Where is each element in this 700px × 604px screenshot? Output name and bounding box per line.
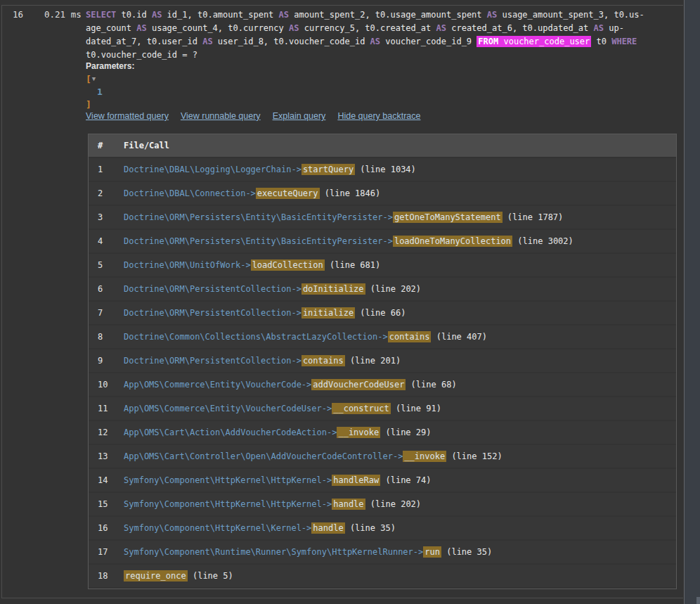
sql-line: age_count AS usage_count_4, t0.currency … — [86, 22, 685, 35]
action-link-explain-query[interactable]: Explain query — [273, 111, 326, 121]
backtrace-row-number: 10 — [89, 380, 124, 390]
backtrace-file-call: Doctrine\ORM\PersistentCollection->initi… — [124, 308, 676, 318]
highlighted-method: __invoke — [403, 451, 446, 462]
backtrace-file-call: Doctrine\ORM\PersistentCollection->doIni… — [124, 284, 676, 294]
class-path: App\OMS\Cart\Controller\Open\AddVoucherC… — [124, 451, 403, 461]
class-path: Doctrine\ORM\Persisters\Entity\BasicEnti… — [124, 236, 393, 246]
collapse-toggle-icon[interactable]: ▼ — [92, 75, 96, 82]
highlighted-method: initialize — [302, 307, 355, 319]
backtrace-row: 11App\OMS\Commerce\Entity\VoucherCodeUse… — [89, 397, 676, 420]
backtrace-row-number: 9 — [89, 356, 124, 366]
line-number: (line 407) — [431, 332, 486, 342]
line-number: (line 66) — [355, 308, 406, 318]
scrollbar-thumb[interactable] — [696, 597, 700, 604]
backtrace-file-call: Doctrine\ORM\Persisters\Entity\BasicEnti… — [124, 212, 676, 222]
highlighted-method: getOneToManyStatement — [393, 212, 503, 223]
class-path: Doctrine\DBAL\Logging\LoggerChain-> — [124, 165, 302, 174]
class-path: Doctrine\ORM\Persisters\Entity\BasicEnti… — [124, 212, 393, 222]
highlighted-method: addVoucherCodeUser — [311, 379, 406, 390]
sql-line: SELECT t0.id AS id_1, t0.amount_spent AS… — [86, 8, 685, 22]
line-number: (line 35) — [345, 523, 396, 533]
backtrace-file-call: App\OMS\Commerce\Entity\VoucherCodeUser-… — [124, 404, 676, 413]
backtrace-row: 18require_once (line 5) — [89, 565, 676, 587]
param-array-open: [▼ — [86, 72, 103, 86]
highlighted-method: doInitialize — [302, 283, 365, 295]
line-number: (line 35) — [441, 547, 492, 557]
line-number: (line 5) — [188, 571, 233, 581]
backtrace-header-num: # — [89, 141, 124, 150]
highlighted-method: handleRaw — [332, 475, 380, 486]
class-path: App\OMS\Commerce\Entity\VoucherCode-> — [124, 380, 311, 390]
backtrace-row-number: 8 — [89, 332, 124, 342]
backtrace-header-row: # File/Call — [89, 134, 676, 157]
backtrace-file-call: App\OMS\Commerce\Entity\VoucherCode->add… — [124, 380, 676, 390]
class-path: Symfony\Component\HttpKernel\HttpKernel-… — [124, 499, 332, 509]
parameters-label: Parameters: — [86, 61, 134, 71]
backtrace-body: 1Doctrine\DBAL\Logging\LoggerChain->star… — [89, 158, 676, 587]
backtrace-row-number: 12 — [89, 428, 124, 437]
backtrace-row: 10App\OMS\Commerce\Entity\VoucherCode->a… — [89, 373, 676, 396]
query-index: 16 — [13, 9, 23, 20]
backtrace-row-number: 4 — [89, 236, 124, 246]
backtrace-row-number: 6 — [89, 284, 124, 294]
action-link-view-runnable-query[interactable]: View runnable query — [181, 111, 261, 121]
backtrace-row: 8Doctrine\Common\Collections\AbstractLaz… — [89, 326, 676, 348]
highlighted-method: contains — [302, 355, 345, 366]
query-time: 0.21 ms — [44, 9, 82, 20]
line-number: (line 202) — [365, 284, 421, 294]
parameters-block: [▼ 1 ] — [86, 72, 103, 111]
class-path: Symfony\Component\HttpKernel\Kernel-> — [124, 523, 311, 533]
backtrace-row-number: 15 — [89, 499, 124, 509]
param-value: 1 — [86, 86, 103, 98]
page-gutter — [684, 0, 700, 604]
highlighted-method: run — [423, 546, 441, 558]
backtrace-row: 7Doctrine\ORM\PersistentCollection->init… — [89, 302, 676, 324]
line-number: (line 1846) — [320, 188, 381, 198]
class-path: Symfony\Component\HttpKernel\HttpKernel-… — [124, 475, 332, 485]
sql-query: SELECT t0.id AS id_1, t0.amount_spent AS… — [86, 8, 685, 62]
backtrace-file-call: Doctrine\DBAL\Logging\LoggerChain->start… — [124, 165, 676, 174]
line-number: (line 202) — [365, 499, 421, 509]
backtrace-file-call: require_once (line 5) — [124, 571, 676, 581]
backtrace-row-number: 11 — [89, 404, 124, 413]
open-bracket: [ — [86, 74, 91, 84]
class-path: Doctrine\ORM\PersistentCollection-> — [124, 284, 302, 294]
backtrace-row: 1Doctrine\DBAL\Logging\LoggerChain->star… — [89, 158, 676, 181]
action-link-hide-query-backtrace[interactable]: Hide query backtrace — [337, 111, 420, 121]
highlighted-method: __construct — [332, 403, 390, 414]
backtrace-row: 6Doctrine\ORM\PersistentCollection->doIn… — [89, 278, 676, 300]
backtrace-row-number: 7 — [89, 308, 124, 318]
line-number: (line 3002) — [512, 236, 573, 246]
backtrace-file-call: App\OMS\Cart\Action\AddVoucherCodeAction… — [124, 428, 676, 437]
backtrace-row: 5Doctrine\ORM\UnitOfWork->loadCollection… — [89, 254, 676, 276]
backtrace-row: 2Doctrine\DBAL\Connection->executeQuery … — [89, 182, 676, 205]
backtrace-file-call: Doctrine\ORM\UnitOfWork->loadCollection … — [124, 260, 676, 270]
highlighted-method: loadOneToManyCollection — [393, 236, 512, 247]
backtrace-row-number: 1 — [89, 165, 124, 174]
backtrace-row-number: 3 — [89, 212, 124, 222]
backtrace-file-call: Symfony\Component\HttpKernel\HttpKernel-… — [124, 475, 676, 485]
backtrace-header-file: File/Call — [124, 141, 676, 150]
line-number: (line 681) — [325, 260, 380, 270]
class-path: App\OMS\Commerce\Entity\VoucherCodeUser-… — [124, 404, 332, 413]
backtrace-row-number: 16 — [89, 523, 124, 533]
line-number: (line 68) — [406, 380, 456, 390]
highlighted-method: require_once — [124, 570, 188, 581]
backtrace-row: 16Symfony\Component\HttpKernel\Kernel->h… — [89, 517, 676, 539]
class-path: Symfony\Component\Runtime\Runner\Symfony… — [124, 547, 423, 557]
backtrace-file-call: Doctrine\ORM\Persisters\Entity\BasicEnti… — [124, 236, 676, 246]
highlighted-method: executeQuery — [256, 188, 320, 199]
close-bracket: ] — [86, 98, 103, 111]
line-number: (line 91) — [391, 404, 441, 413]
backtrace-row: 12App\OMS\Cart\Action\AddVoucherCodeActi… — [89, 421, 676, 444]
class-path: Doctrine\Common\Collections\AbstractLazy… — [124, 332, 388, 342]
highlighted-method: __invoke — [337, 427, 380, 438]
backtrace-row-number: 13 — [89, 451, 124, 461]
line-number: (line 29) — [380, 428, 431, 437]
action-link-view-formatted-query[interactable]: View formatted query — [86, 111, 169, 121]
backtrace-row: 3Doctrine\ORM\Persisters\Entity\BasicEnt… — [89, 206, 676, 229]
line-number: (line 201) — [345, 356, 401, 366]
class-path: Doctrine\DBAL\Connection-> — [124, 188, 256, 198]
backtrace-row: 9Doctrine\ORM\PersistentCollection->cont… — [89, 349, 676, 372]
class-path: Doctrine\ORM\UnitOfWork-> — [124, 260, 251, 270]
